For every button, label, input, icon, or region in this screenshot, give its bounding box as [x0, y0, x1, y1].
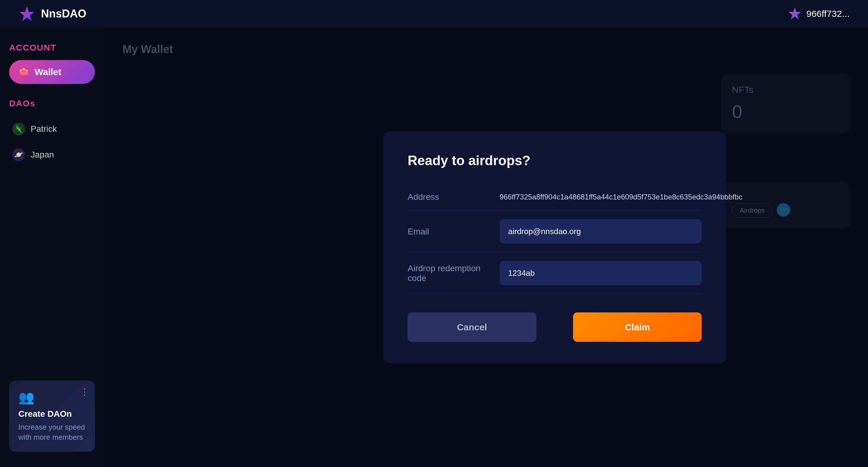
dao-name-patrick: Patrick: [31, 124, 57, 134]
wallet-short-address: 966ff732...: [806, 8, 849, 19]
wallet-icon: 👛: [19, 67, 29, 77]
wallet-nav-button[interactable]: 👛 Wallet: [9, 60, 95, 84]
claim-button[interactable]: Claim: [573, 313, 702, 342]
redemption-label: Airdrop redemption code: [408, 263, 500, 283]
logo-icon: [19, 5, 35, 22]
redemption-code-row: Airdrop redemption code: [408, 253, 702, 294]
airdrop-modal: Ready to airdrops? Address 966ff7325a8ff…: [383, 132, 726, 363]
address-row: Address 966ff7325a8ff904c1a48681ff5a44c1…: [408, 183, 702, 211]
svg-marker-1: [789, 7, 801, 20]
dao-avatar-patrick: 🦎: [12, 123, 25, 136]
address-value: 966ff7325a8ff904c1a48681ff5a44c1e609d5f7…: [500, 193, 742, 201]
logo-area: NnsDAO: [19, 5, 86, 22]
create-dao-description: Increase your speed with more members: [19, 422, 86, 442]
email-label: Email: [408, 227, 500, 236]
cancel-button[interactable]: Cancel: [408, 313, 536, 342]
email-input[interactable]: [500, 220, 702, 243]
main-layout: ACCOUNT 👛 Wallet DAOs 🦎 Patrick 🪐 Japan …: [0, 28, 868, 467]
dao-avatar-japan: 🪐: [12, 148, 25, 161]
app-name: NnsDAO: [41, 7, 86, 20]
create-dao-card: ⋮ 👥 Create DAOn Increase your speed with…: [9, 381, 95, 452]
wallet-star-icon: [787, 6, 802, 21]
wallet-nav-label: Wallet: [35, 67, 61, 77]
sidebar: ACCOUNT 👛 Wallet DAOs 🦎 Patrick 🪐 Japan …: [0, 28, 104, 467]
topbar: NnsDAO 966ff732...: [0, 0, 868, 28]
dao-item-patrick[interactable]: 🦎 Patrick: [9, 118, 95, 140]
more-options-icon[interactable]: ⋮: [80, 387, 89, 397]
email-row: Email: [408, 211, 702, 253]
dao-name-japan: Japan: [31, 150, 54, 159]
modal-title: Ready to airdrops?: [408, 153, 702, 168]
create-dao-icon: 👥: [19, 390, 86, 405]
wallet-address-area[interactable]: 966ff732...: [787, 6, 849, 21]
dao-item-japan[interactable]: 🪐 Japan: [9, 143, 95, 166]
create-dao-title: Create DAOn: [19, 409, 86, 419]
account-section-title: ACCOUNT: [9, 43, 95, 53]
address-label: Address: [408, 192, 500, 202]
main-content: My Wallet NFTs 0 Airdrops 🐦 Ready to ai: [104, 28, 868, 467]
svg-marker-0: [20, 6, 34, 21]
daos-section-title: DAOs: [9, 99, 95, 109]
modal-buttons: Cancel Claim: [408, 313, 702, 342]
redemption-code-input[interactable]: [500, 261, 702, 285]
